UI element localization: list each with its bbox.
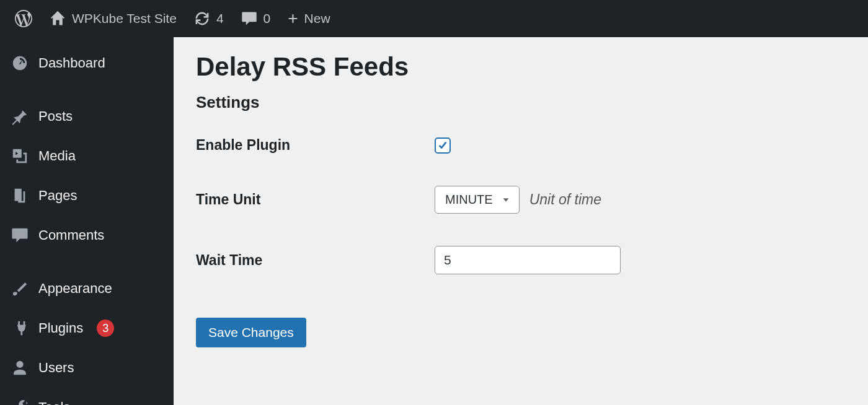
- updates-link[interactable]: 4: [185, 0, 232, 37]
- sidebar-item-label: Plugins: [38, 320, 83, 336]
- updates-count: 4: [216, 11, 224, 26]
- wait-time-input[interactable]: [435, 246, 621, 274]
- time-unit-hint: Unit of time: [529, 191, 601, 208]
- new-content-link[interactable]: + New: [279, 0, 339, 37]
- page-title: Delay RSS Feeds: [196, 52, 846, 82]
- sidebar-item-label: Appearance: [38, 281, 112, 297]
- admin-sidebar: Dashboard Posts Media Pages Comments App…: [0, 37, 174, 405]
- sidebar-item-dashboard[interactable]: Dashboard: [0, 43, 174, 83]
- wordpress-icon: [15, 10, 32, 27]
- sidebar-item-label: Posts: [38, 108, 73, 124]
- media-icon: [11, 147, 29, 165]
- sidebar-item-appearance[interactable]: Appearance: [0, 269, 174, 308]
- wait-time-label: Wait Time: [196, 252, 435, 269]
- sidebar-item-tools[interactable]: Tools: [0, 388, 174, 405]
- sidebar-item-label: Comments: [38, 227, 104, 243]
- sidebar-item-posts[interactable]: Posts: [0, 97, 174, 136]
- save-button[interactable]: Save Changes: [196, 318, 306, 347]
- update-icon: [194, 11, 210, 27]
- comment-icon: [241, 11, 257, 27]
- brush-icon: [11, 280, 29, 297]
- site-link[interactable]: WPKube Test Site: [41, 0, 185, 37]
- sidebar-item-label: Media: [38, 148, 76, 164]
- page-subtitle: Settings: [196, 93, 846, 112]
- pages-icon: [11, 187, 29, 204]
- comments-icon: [11, 227, 29, 244]
- user-icon: [11, 359, 29, 377]
- sidebar-item-label: Users: [38, 360, 74, 376]
- comments-count: 0: [264, 11, 271, 26]
- time-unit-select[interactable]: MINUTE: [435, 186, 520, 214]
- sidebar-item-users[interactable]: Users: [0, 348, 174, 388]
- sidebar-item-comments[interactable]: Comments: [0, 216, 174, 255]
- wrench-icon: [11, 399, 29, 405]
- plus-icon: +: [288, 9, 298, 28]
- check-icon: [437, 140, 448, 151]
- sidebar-item-plugins[interactable]: Plugins 3: [0, 308, 174, 348]
- home-icon: [50, 11, 66, 27]
- enable-plugin-label: Enable Plugin: [196, 137, 435, 154]
- main-content: Delay RSS Feeds Settings Enable Plugin T…: [174, 37, 868, 405]
- time-unit-value: MINUTE: [445, 193, 493, 207]
- admin-bar: WPKube Test Site 4 0 + New: [0, 0, 868, 37]
- sidebar-item-label: Tools: [38, 399, 70, 405]
- comments-link[interactable]: 0: [232, 0, 280, 37]
- sidebar-item-label: Dashboard: [38, 55, 105, 71]
- sidebar-item-media[interactable]: Media: [0, 136, 174, 176]
- wp-logo-button[interactable]: [6, 0, 41, 37]
- plugin-icon: [11, 320, 29, 337]
- time-unit-label: Time Unit: [196, 191, 435, 208]
- new-label: New: [304, 11, 330, 26]
- sidebar-item-label: Pages: [38, 188, 77, 204]
- sidebar-item-pages[interactable]: Pages: [0, 176, 174, 216]
- chevron-down-icon: [500, 194, 512, 206]
- enable-plugin-checkbox[interactable]: [435, 137, 451, 154]
- site-name: WPKube Test Site: [72, 11, 177, 26]
- pin-icon: [11, 108, 29, 125]
- dashboard-icon: [11, 54, 29, 72]
- plugins-badge: 3: [97, 320, 114, 337]
